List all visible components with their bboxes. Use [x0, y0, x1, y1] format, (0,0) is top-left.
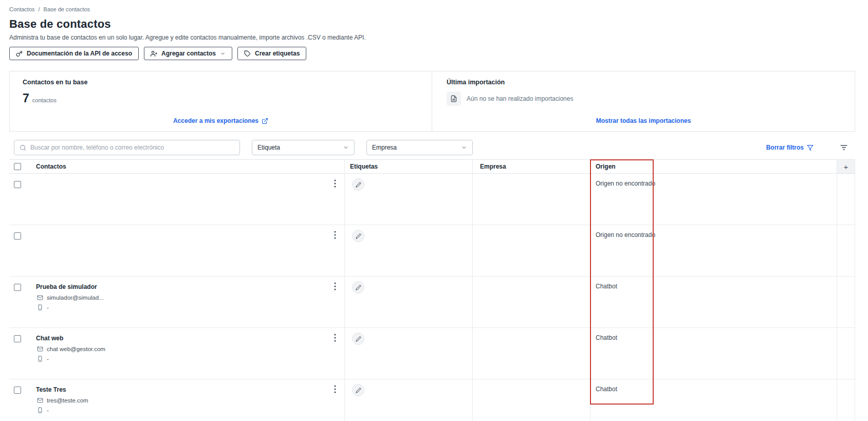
- imports-stats-section: Última importación Aún no se han realiza…: [432, 71, 855, 131]
- origin-value: Chatbot: [596, 334, 617, 341]
- show-all-imports-link[interactable]: Mostrar todas las importaciones: [596, 117, 691, 124]
- header-checkbox-cell: [9, 160, 32, 173]
- tags-cell: [344, 174, 472, 225]
- contact-name: Prueba de simulador: [36, 283, 104, 291]
- phone-icon: [37, 407, 43, 413]
- advanced-filter-icon[interactable]: [840, 143, 848, 152]
- row-checkbox[interactable]: [14, 284, 21, 291]
- phone-icon: [37, 356, 43, 362]
- contacts-count-row: 7 contactos: [23, 93, 419, 104]
- create-tags-button[interactable]: Crear etiquetas: [237, 47, 306, 60]
- row-plus-cell: [837, 174, 855, 225]
- add-contacts-button[interactable]: Agregar contactos: [144, 47, 232, 60]
- contact-email-row: chat web@gestor.com: [36, 346, 105, 352]
- edit-tags-button[interactable]: [352, 281, 364, 294]
- filter-bar: Etiqueta Empresa Borrar filtros: [14, 140, 848, 155]
- show-all-imports-label: Mostrar todas las importaciones: [596, 117, 691, 124]
- filter-clear-icon: [807, 144, 814, 151]
- contact-info: Prueba de simulador simulador@simulad...…: [36, 283, 104, 327]
- edit-tags-button[interactable]: [352, 384, 364, 396]
- company-cell: [472, 174, 590, 225]
- export-icon: [262, 118, 268, 124]
- contact-name: Chat web: [36, 335, 105, 342]
- company-cell: [472, 328, 590, 379]
- toolbar: Documentación de la API de acceso Agrega…: [9, 47, 859, 60]
- exports-link-row: Acceder a mis exportaciones: [23, 116, 419, 125]
- row-checkbox[interactable]: [14, 335, 21, 342]
- imports-empty-message: Aún no se han realizado importaciones: [467, 95, 573, 102]
- add-column-button[interactable]: +: [837, 160, 855, 173]
- company-filter-label: Empresa: [372, 144, 397, 151]
- contact-phone: -: [47, 407, 49, 413]
- contact-phone-row: -: [36, 356, 105, 362]
- row-checkbox[interactable]: [14, 232, 21, 240]
- user-plus-icon: [151, 50, 157, 57]
- column-header-company: Empresa: [472, 160, 590, 173]
- exports-link[interactable]: Acceder a mis exportaciones: [173, 117, 268, 124]
- contact-cell: [32, 225, 344, 276]
- tag-filter-select[interactable]: Etiqueta: [252, 140, 355, 155]
- origin-cell: Chatbot: [590, 277, 837, 327]
- contact-cell: [32, 174, 344, 225]
- table-row: Prueba de simulador simulador@simulad...…: [9, 277, 855, 328]
- contact-cell: Chat web chat web@gestor.com -: [32, 328, 344, 379]
- clear-filters-label: Borrar filtros: [766, 144, 804, 151]
- row-menu-button[interactable]: [330, 384, 340, 394]
- contacts-stats-section: Contactos en tu base 7 contactos Acceder…: [10, 71, 432, 131]
- contact-email-row: simulador@simulad...: [36, 295, 104, 301]
- select-all-checkbox[interactable]: [14, 163, 21, 170]
- row-menu-button[interactable]: [330, 281, 340, 291]
- row-checkbox[interactable]: [14, 181, 21, 188]
- edit-tags-button[interactable]: [352, 178, 364, 191]
- clear-filters-button[interactable]: Borrar filtros: [766, 144, 814, 151]
- table-row: Origen no encontrado: [9, 174, 855, 225]
- contact-email: tres@teste.com: [47, 397, 88, 404]
- breadcrumb-contactos[interactable]: Contactos: [9, 6, 35, 12]
- row-menu-button[interactable]: [330, 178, 340, 189]
- origin-cell: Chatbot: [590, 328, 837, 379]
- contact-info: Teste Tres tres@teste.com -: [36, 386, 88, 421]
- contact-cell: Prueba de simulador simulador@simulad...…: [32, 277, 344, 327]
- contact-email-row: tres@teste.com: [36, 397, 88, 404]
- company-filter-select[interactable]: Empresa: [366, 140, 473, 155]
- row-menu-button[interactable]: [330, 333, 340, 343]
- contact-phone: -: [47, 304, 49, 310]
- search-input[interactable]: [30, 144, 234, 151]
- tags-cell: [344, 328, 472, 379]
- edit-tags-button[interactable]: [352, 230, 364, 242]
- api-docs-button[interactable]: Documentación de la API de acceso: [9, 47, 139, 60]
- table-row: Chat web chat web@gestor.com -: [9, 328, 855, 379]
- imports-empty-row: Aún no se han realizado importaciones: [447, 91, 840, 106]
- row-menu-button[interactable]: [330, 230, 340, 240]
- chevron-down-icon: [461, 144, 467, 151]
- table-row: Origen no encontrado: [9, 225, 855, 277]
- tags-cell: [344, 379, 472, 421]
- chevron-down-icon: [343, 144, 349, 151]
- edit-tags-button[interactable]: [352, 333, 364, 345]
- row-checkbox[interactable]: [14, 387, 21, 394]
- row-checkbox-cell: [9, 379, 32, 421]
- company-cell: [472, 379, 590, 421]
- contact-phone-row: -: [36, 407, 88, 413]
- phone-icon: [37, 304, 43, 310]
- row-plus-cell: [837, 277, 855, 327]
- document-icon: [447, 91, 461, 106]
- contact-email: simulador@simulad...: [47, 295, 104, 301]
- contacts-stats-title: Contactos en tu base: [23, 79, 419, 86]
- api-key-icon: [16, 50, 23, 57]
- api-docs-label: Documentación de la API de acceso: [27, 50, 132, 57]
- email-icon: [37, 295, 43, 301]
- company-cell: [472, 225, 590, 276]
- contacts-count-unit: contactos: [32, 97, 57, 104]
- search-icon: [20, 144, 26, 151]
- search-box: [14, 140, 240, 155]
- column-header-origin: Origen: [590, 160, 837, 173]
- origin-cell: Chatbot: [590, 379, 837, 421]
- tag-icon: [244, 50, 251, 57]
- column-header-contacts: Contactos: [32, 160, 344, 173]
- row-plus-cell: [837, 225, 855, 276]
- contact-name: Teste Tres: [36, 386, 88, 394]
- exports-link-label: Acceder a mis exportaciones: [173, 117, 258, 124]
- stats-panel: Contactos en tu base 7 contactos Acceder…: [9, 71, 855, 132]
- row-checkbox-cell: [9, 328, 32, 379]
